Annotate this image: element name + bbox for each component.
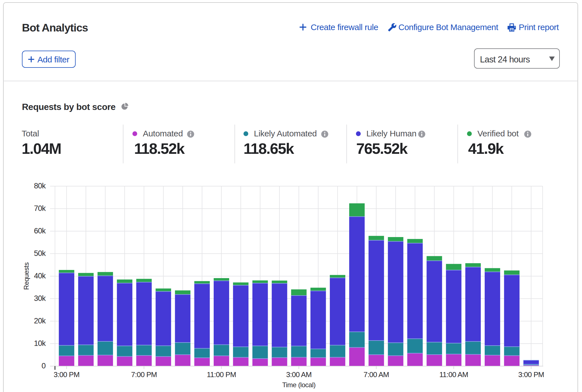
svg-text:40k: 40k (34, 272, 46, 280)
svg-text:11:00 AM: 11:00 AM (439, 370, 468, 379)
svg-text:10k: 10k (34, 339, 46, 348)
svg-text:11:00 PM: 11:00 PM (207, 370, 236, 379)
svg-text:Time (local): Time (local) (282, 381, 315, 389)
svg-text:3:00 PM: 3:00 PM (54, 370, 80, 379)
svg-text:7:00 PM: 7:00 PM (131, 370, 157, 379)
svg-text:7:00 AM: 7:00 AM (364, 370, 389, 379)
svg-text:3:00 PM: 3:00 PM (518, 370, 544, 379)
svg-text:60k: 60k (34, 227, 46, 235)
svg-text:20k: 20k (34, 317, 46, 325)
svg-text:3:00 AM: 3:00 AM (286, 370, 312, 379)
svg-text:30k: 30k (34, 294, 46, 303)
svg-text:70k: 70k (34, 204, 46, 213)
svg-text:50k: 50k (34, 249, 46, 258)
svg-text:0: 0 (42, 362, 46, 370)
svg-text:80k: 80k (34, 182, 46, 190)
svg-text:Requests: Requests (22, 262, 30, 290)
